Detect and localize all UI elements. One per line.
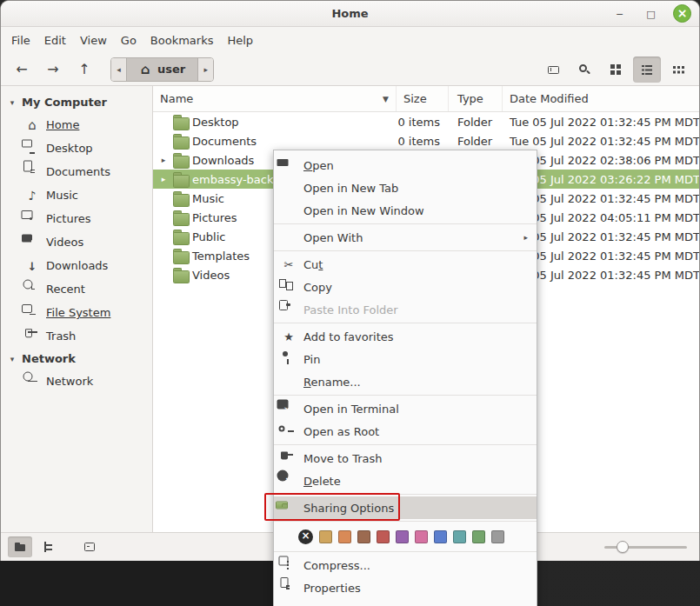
folder-color-swatch[interactable] — [377, 530, 390, 543]
clear-color-button[interactable] — [298, 529, 313, 544]
search-button[interactable] — [570, 57, 598, 83]
context-menu-item-sharing-options[interactable]: Sharing Options — [274, 496, 537, 519]
sidebar-section-network[interactable]: ▾Network — [1, 348, 152, 370]
sidebar-item-downloads[interactable]: Downloads — [1, 254, 152, 277]
folder-color-swatch[interactable] — [472, 530, 485, 543]
sidebar-item-file-system[interactable]: File System — [1, 301, 152, 324]
expand-arrow-icon[interactable]: ▸ — [158, 156, 169, 164]
column-header-date-modified[interactable]: Date Modified — [503, 86, 699, 111]
sidebar-section-my-computer[interactable]: ▾My Computer — [1, 91, 152, 113]
menubar-item-help[interactable]: Help — [220, 30, 260, 50]
close-button[interactable] — [673, 4, 691, 23]
context-menu-item-cut[interactable]: Cut — [274, 253, 537, 276]
context-menu-item-add-to-favorites[interactable]: Add to favorites — [274, 325, 537, 348]
folder-color-swatch[interactable] — [338, 530, 351, 543]
expand-arrow-icon[interactable]: ▸ — [158, 175, 169, 183]
folder-color-swatch[interactable] — [434, 530, 447, 543]
maximize-button[interactable] — [642, 4, 660, 23]
file-type: Folder — [449, 116, 503, 129]
up-button[interactable] — [70, 57, 98, 83]
menubar-item-bookmarks[interactable]: Bookmarks — [143, 30, 221, 50]
menu-item-label: Open in New Tab — [303, 182, 528, 195]
context-menu-item-compress[interactable]: Compress... — [274, 554, 537, 576]
sidebar-item-videos[interactable]: Videos — [1, 230, 152, 254]
sidebar-item-recent[interactable]: Recent — [1, 277, 152, 301]
context-menu-item-open-as-root[interactable]: Open as Root — [274, 420, 537, 443]
sidebar-item-trash[interactable]: Trash — [1, 324, 152, 348]
zoom-slider[interactable] — [604, 538, 687, 556]
menubar-item-edit[interactable]: Edit — [37, 30, 73, 50]
sidebar-item-label: Network — [46, 375, 93, 388]
file-row-documents[interactable]: Documents0 itemsFolderTue 05 Jul 2022 01… — [153, 131, 699, 150]
menubar-item-go[interactable]: Go — [114, 30, 143, 50]
folder-color-swatch[interactable] — [396, 530, 409, 543]
folder-color-swatch[interactable] — [491, 530, 504, 543]
sidebar-item-network[interactable]: Network — [1, 370, 152, 393]
folder-color-swatch[interactable] — [357, 530, 370, 543]
menubar-item-file[interactable]: File — [4, 30, 37, 50]
folder-color-swatch[interactable] — [415, 530, 428, 543]
menu-item-label: Properties — [303, 582, 528, 595]
zoom-slider-handle[interactable] — [617, 541, 629, 553]
context-menu-item-pin[interactable]: Pin — [274, 348, 537, 370]
file-row-desktop[interactable]: Desktop0 itemsFolderTue 05 Jul 2022 01:3… — [153, 112, 699, 131]
folder-color-swatch[interactable] — [453, 530, 466, 543]
list-view-button[interactable] — [633, 57, 661, 83]
context-menu: OpenOpen in New TabOpen in New WindowOpe… — [273, 150, 537, 606]
arrow-left-icon — [15, 63, 29, 77]
breadcrumb-scroll-right-button[interactable]: ▸ — [197, 58, 213, 81]
context-menu-item-open[interactable]: Open — [274, 154, 537, 176]
tree-sidebar-toggle-button[interactable] — [37, 536, 61, 557]
star-icon — [281, 330, 297, 343]
context-menu-item-properties[interactable]: Properties — [274, 576, 537, 599]
key-icon — [281, 424, 297, 438]
menubar-item-view[interactable]: View — [73, 30, 114, 50]
breadcrumb-user-button[interactable]: user — [127, 58, 197, 81]
context-menu-item-open-in-terminal[interactable]: Open in Terminal — [274, 397, 537, 420]
terminal-toggle-button[interactable] — [77, 536, 102, 557]
delete-icon — [281, 474, 297, 488]
minimize-button[interactable] — [610, 4, 629, 23]
compact-view-button[interactable] — [664, 57, 692, 83]
places-sidebar-toggle-button[interactable] — [8, 536, 32, 557]
sidebar-item-pictures[interactable]: Pictures — [1, 207, 152, 230]
sidebar-section-label: Network — [22, 352, 76, 365]
desktop-icon — [25, 142, 39, 156]
location-entry-toggle-button[interactable] — [539, 57, 567, 83]
titlebar[interactable]: Home — [1, 1, 699, 27]
menu-icon-space — [281, 203, 297, 217]
sidebar-item-documents[interactable]: Documents — [1, 160, 152, 183]
folder-icon — [173, 251, 188, 263]
sidebar-item-label: Trash — [46, 330, 76, 343]
context-menu-item-open-with[interactable]: Open With▸ — [274, 226, 537, 249]
file-name: Pictures — [192, 211, 237, 224]
context-menu-item-rename[interactable]: Rename... — [274, 370, 537, 393]
column-header-name[interactable]: Name▼ — [153, 86, 397, 111]
back-button[interactable] — [8, 57, 36, 83]
context-menu-item-delete[interactable]: Delete — [274, 469, 537, 492]
sidebar-item-label: Recent — [46, 283, 85, 296]
file-size: 0 items — [397, 116, 449, 129]
context-menu-item-move-to-trash[interactable]: Move to Trash — [274, 447, 537, 469]
context-menu-item-open-in-new-window[interactable]: Open in New Window — [274, 199, 537, 222]
window-title: Home — [1, 7, 699, 20]
column-label: Type — [457, 92, 483, 105]
context-menu-item-open-in-new-tab[interactable]: Open in New Tab — [274, 176, 537, 199]
icon-view-button[interactable] — [602, 57, 630, 83]
menu-separator — [274, 395, 537, 396]
share-icon — [281, 501, 297, 515]
sidebar-item-music[interactable]: Music — [1, 183, 152, 207]
sidebar-item-home[interactable]: Home — [1, 113, 152, 137]
folder-color-swatch[interactable] — [319, 530, 332, 543]
context-menu-item-copy[interactable]: Copy — [274, 276, 537, 298]
forward-button[interactable] — [39, 57, 67, 83]
file-name: Documents — [192, 135, 257, 148]
filesystem-icon — [25, 306, 39, 320]
sidebar-section-label: My Computer — [22, 96, 107, 109]
column-header-size[interactable]: Size — [397, 86, 449, 111]
menu-item-label: Delete — [303, 475, 528, 488]
breadcrumb-scroll-left-button[interactable]: ◂ — [111, 58, 127, 81]
sidebar-item-desktop[interactable]: Desktop — [1, 137, 152, 160]
column-header-type[interactable]: Type — [449, 86, 503, 111]
chevron-down-icon: ▾ — [8, 355, 17, 363]
